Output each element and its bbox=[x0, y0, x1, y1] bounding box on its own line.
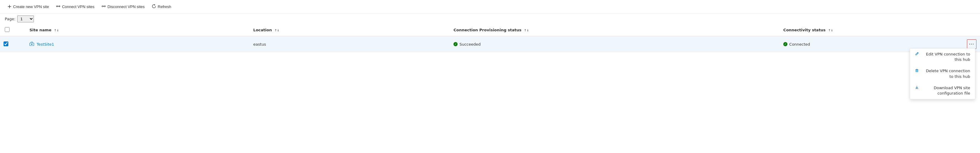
disconnect-vpn-label: Disconnect VPN sites bbox=[108, 5, 145, 9]
connect-icon bbox=[56, 4, 60, 9]
svg-rect-8 bbox=[916, 70, 918, 72]
header-connectivity-label: Connectivity status bbox=[783, 28, 826, 32]
connectivity-status-text: Connected bbox=[789, 42, 810, 47]
svg-rect-7 bbox=[31, 44, 32, 45]
svg-point-5 bbox=[104, 6, 105, 7]
page-select[interactable]: 1 bbox=[17, 16, 34, 23]
download-label: Download VPN site configuration file bbox=[922, 85, 970, 96]
provisioning-status-icon: ✓ bbox=[453, 42, 458, 46]
page-selector: Page: 1 bbox=[0, 14, 980, 24]
site-name-sort-icon: ↑↓ bbox=[54, 29, 59, 32]
header-checkbox-cell bbox=[0, 24, 26, 36]
connect-vpn-label: Connect VPN sites bbox=[62, 5, 94, 9]
svg-point-3 bbox=[59, 6, 60, 6]
plus-icon bbox=[8, 5, 11, 9]
delete-label: Delete VPN connection to this hub bbox=[922, 68, 970, 79]
create-vpn-site-button[interactable]: Create new VPN site bbox=[5, 3, 52, 11]
connectivity-sort-icon: ↑↓ bbox=[828, 29, 833, 32]
row-location-cell: eastus bbox=[250, 36, 450, 52]
disconnect-icon bbox=[102, 4, 106, 9]
header-location[interactable]: Location ↑↓ bbox=[250, 24, 450, 36]
delete-icon bbox=[915, 69, 919, 73]
site-cell-content: TestSite1 bbox=[29, 42, 246, 47]
svg-point-2 bbox=[57, 6, 57, 6]
row-site-name-cell: TestSite1 bbox=[26, 36, 250, 52]
header-connectivity-status[interactable]: Connectivity status ↑↓ bbox=[780, 24, 933, 36]
svg-point-4 bbox=[102, 6, 103, 7]
page-label: Page: bbox=[5, 17, 16, 21]
table-header-row: Site name ↑↓ Location ↑↓ Connection Prov… bbox=[0, 24, 980, 36]
table-row: TestSite1 eastus ✓ Succeeded ✓ Connected bbox=[0, 36, 980, 52]
row-actions-cell: ··· Edit VPN connection to this hub bbox=[933, 36, 980, 52]
edit-label: Edit VPN connection to this hub bbox=[922, 52, 970, 62]
vpn-sites-table-container: Site name ↑↓ Location ↑↓ Connection Prov… bbox=[0, 24, 980, 52]
provisioning-sort-icon: ↑↓ bbox=[524, 29, 529, 32]
row-checkbox-cell bbox=[0, 36, 26, 52]
edit-vpn-connection-item[interactable]: Edit VPN connection to this hub bbox=[910, 48, 975, 65]
header-provisioning-label: Connection Provisioning status bbox=[453, 28, 522, 32]
connect-vpn-sites-button[interactable]: Connect VPN sites bbox=[53, 2, 97, 11]
vpn-site-icon bbox=[29, 42, 34, 47]
refresh-icon bbox=[152, 4, 156, 9]
location-sort-icon: ↑↓ bbox=[274, 29, 279, 32]
more-icon: ··· bbox=[969, 42, 974, 47]
provisioning-status-text: Succeeded bbox=[460, 42, 480, 47]
context-menu: Edit VPN connection to this hub Delete bbox=[910, 48, 975, 99]
vpn-sites-table: Site name ↑↓ Location ↑↓ Connection Prov… bbox=[0, 24, 980, 52]
row-provisioning-cell: ✓ Succeeded bbox=[450, 36, 780, 52]
download-icon bbox=[915, 85, 919, 90]
header-actions bbox=[933, 24, 980, 36]
delete-vpn-connection-item[interactable]: Delete VPN connection to this hub bbox=[910, 65, 975, 82]
site-name-link[interactable]: TestSite1 bbox=[37, 42, 54, 47]
disconnect-vpn-sites-button[interactable]: Disconnect VPN sites bbox=[99, 2, 148, 11]
header-site-name-label: Site name bbox=[29, 28, 51, 32]
row-location-value: eastus bbox=[253, 42, 266, 47]
create-vpn-site-label: Create new VPN site bbox=[13, 5, 49, 9]
refresh-button[interactable]: Refresh bbox=[149, 2, 174, 11]
header-provisioning-status[interactable]: Connection Provisioning status ↑↓ bbox=[450, 24, 780, 36]
download-vpn-config-item[interactable]: Download VPN site configuration file bbox=[910, 82, 975, 99]
select-all-checkbox[interactable] bbox=[5, 27, 10, 32]
provisioning-status-cell: ✓ Succeeded bbox=[453, 42, 776, 47]
refresh-label: Refresh bbox=[158, 5, 172, 9]
more-actions-button[interactable]: ··· bbox=[967, 39, 977, 49]
row-checkbox[interactable] bbox=[3, 42, 8, 46]
edit-icon bbox=[915, 52, 919, 57]
connectivity-status-icon: ✓ bbox=[783, 42, 788, 46]
header-location-label: Location bbox=[253, 28, 272, 32]
connectivity-status-cell: ✓ Connected bbox=[783, 42, 929, 47]
header-site-name[interactable]: Site name ↑↓ bbox=[26, 24, 250, 36]
toolbar: Create new VPN site Connect VPN sites Di… bbox=[0, 0, 980, 14]
